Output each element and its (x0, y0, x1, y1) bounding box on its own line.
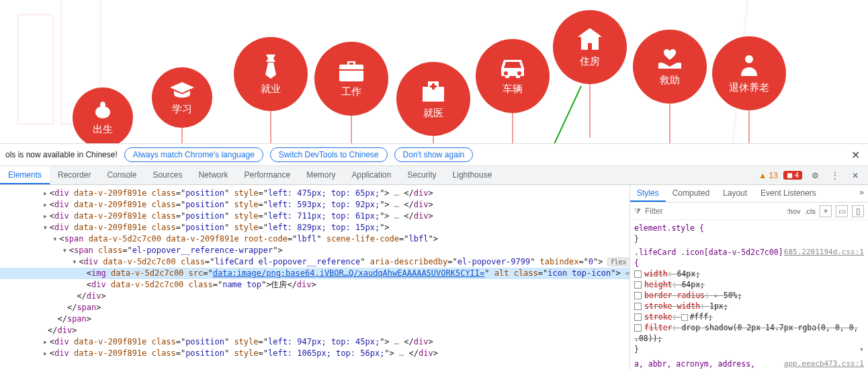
bubble-retirement[interactable]: 退休养老 (712, 36, 786, 110)
dom-line[interactable]: ▾<span data-v-5d2c7c00 data-v-209f891e r… (0, 233, 630, 245)
house-icon (576, 27, 604, 52)
tab-recorder[interactable]: Recorder (50, 166, 99, 184)
errors-badge[interactable]: ◼ 4 (783, 171, 802, 180)
tie-icon (259, 53, 282, 80)
baby-icon (91, 100, 115, 120)
graduation-cap-icon (169, 80, 196, 100)
flex-badge[interactable]: flex (607, 258, 630, 266)
tab-application[interactable]: Application (344, 166, 400, 184)
styles-filter-row: ⧩ :hov .cls + ▭ ▯ (630, 202, 868, 220)
bubble-stem (351, 116, 352, 143)
car-icon (498, 57, 527, 80)
tab-memory[interactable]: Memory (298, 166, 343, 184)
elements-dom-tree[interactable]: ▸<div data-v-209f891e class="position" s… (0, 185, 630, 370)
bubble-work[interactable]: 工作 (314, 42, 388, 116)
switch-to-chinese-button[interactable]: Switch DevTools to Chinese (270, 147, 388, 162)
bubble-stem (748, 110, 750, 143)
styles-tab-event-listeners[interactable]: Event Listeners (754, 185, 823, 202)
dom-line[interactable]: </span> (0, 313, 630, 325)
hospital-icon (420, 79, 447, 104)
dom-line[interactable]: ▾<div data-v-209f891e class="position" s… (0, 222, 630, 233)
styles-tabs-more[interactable]: » (855, 185, 868, 202)
style-declaration[interactable]: stroke: #fff; (634, 311, 864, 322)
styles-tab-layout[interactable]: Layout (716, 185, 754, 202)
dom-line[interactable]: </span> (0, 302, 630, 313)
bubble-stem (589, 84, 591, 138)
briefcase-icon (338, 60, 365, 83)
bubble-label: 工作 (341, 85, 361, 98)
style-declaration[interactable]: height: 64px; (634, 279, 864, 290)
tab-console[interactable]: Console (99, 166, 144, 184)
bubble-label: 救助 (660, 74, 680, 87)
rendered-page: 出生 学习 就业 工作 (0, 0, 868, 143)
bubble-stem (669, 104, 670, 143)
hov-toggle[interactable]: :hov (787, 207, 801, 215)
styles-filter-input[interactable] (645, 207, 783, 216)
styles-pane: Styles Computed Layout Event Listeners »… (630, 185, 868, 370)
dom-line[interactable]: ▾<span class="el-popover__reference-wrap… (0, 245, 630, 256)
tab-elements[interactable]: Elements (0, 166, 50, 184)
styles-tab-computed[interactable]: Computed (666, 185, 716, 202)
style-rule[interactable]: element.style { (634, 223, 864, 233)
styles-tab-styles[interactable]: Styles (630, 185, 666, 202)
dom-line[interactable]: ▸<div data-v-209f891e class="position" s… (0, 199, 630, 211)
notice-text: ols is now available in Chinese! (5, 150, 118, 159)
dom-line-selected[interactable]: <img data-v-5d2c7c00 src="data:image/png… (0, 268, 630, 279)
device-toolbar-button[interactable]: ▭ (836, 205, 848, 217)
match-language-button[interactable]: Always match Chrome's language (124, 147, 263, 162)
tab-lighthouse[interactable]: Lighthouse (445, 166, 501, 184)
style-declaration[interactable]: stroke-width: 1px; (634, 301, 864, 311)
style-declaration[interactable]: border-radius: ▸ 50%; (634, 290, 864, 301)
tab-sources[interactable]: Sources (144, 166, 190, 184)
devtools-lower-split: ▸<div data-v-209f891e class="position" s… (0, 185, 868, 370)
warnings-badge[interactable]: ▲ 13 (758, 171, 778, 180)
dom-line[interactable]: <div data-v-5d2c7c00 class="name top">住房… (0, 279, 630, 291)
bubble-label: 就医 (423, 107, 443, 120)
bubble-row: 出生 学习 就业 工作 (0, 0, 868, 143)
bubble-label: 住房 (580, 55, 600, 68)
devtools-tab-strip: Elements Recorder Console Sources Networ… (0, 166, 868, 185)
toggle-pane-button[interactable]: ▯ (852, 205, 864, 217)
bubble-vehicle[interactable]: 车辆 (476, 39, 550, 113)
bubble-stem (270, 111, 271, 143)
source-link[interactable]: 685.2201194d.css:1 (784, 247, 864, 258)
kebab-icon[interactable]: ⋮ (828, 171, 842, 180)
bubble-employment[interactable]: 就业 (234, 37, 308, 111)
bubble-label: 就业 (261, 83, 281, 96)
dom-line[interactable]: ▸<div data-v-209f891e class="position" s… (0, 211, 630, 222)
dom-line[interactable]: ▸<div data-v-209f891e class="position" s… (0, 336, 630, 348)
cls-toggle[interactable]: .cls (805, 207, 816, 215)
bubble-housing[interactable]: 住房 (553, 10, 627, 84)
dom-line[interactable]: </div> (0, 325, 630, 336)
new-style-rule-button[interactable]: + (820, 205, 832, 217)
dont-show-again-button[interactable]: Don't show again (394, 147, 474, 162)
bubble-study[interactable]: 学习 (152, 67, 212, 128)
style-declaration[interactable]: filter: drop-shadow(0 2px 14.7px rgba(0,… (634, 322, 864, 344)
bubble-assistance[interactable]: 救助 (633, 30, 707, 104)
devtools-language-notice: ols is now available in Chinese! Always … (0, 143, 868, 166)
bubble-label: 车辆 (503, 83, 523, 96)
close-devtools-icon[interactable]: ✕ (848, 171, 863, 180)
tab-performance[interactable]: Performance (236, 166, 298, 184)
style-declaration[interactable]: width: 64px; (634, 268, 864, 279)
dom-line[interactable]: ▾<div data-v-5d2c7c00 class="lifeCard el… (0, 256, 630, 268)
bubble-label: 出生 (93, 123, 113, 136)
dom-line[interactable]: </div> (0, 291, 630, 302)
styles-tabs: Styles Computed Layout Event Listeners » (630, 185, 868, 202)
style-rule[interactable]: 685.2201194d.css:1 .lifeCard .icon[data-… (634, 247, 864, 268)
status-area: ▲ 13 ◼ 4 ⚙ ⋮ ✕ (758, 166, 868, 184)
bubble-label: 学习 (172, 103, 192, 116)
gear-icon[interactable]: ⚙ (808, 171, 822, 180)
bubble-medical[interactable]: 就医 (396, 62, 470, 136)
hands-heart-icon (656, 47, 684, 71)
bubble-birth[interactable]: 出生 (73, 87, 133, 143)
dom-line[interactable]: ▸<div data-v-209f891e class="position" s… (0, 348, 630, 359)
dom-line[interactable]: ▸<div data-v-209f891e class="position" s… (0, 188, 630, 199)
source-link[interactable]: app.eeacb473.css:1 (784, 359, 864, 369)
tab-security[interactable]: Security (399, 166, 444, 184)
bubble-stem (433, 136, 434, 143)
close-icon[interactable]: ✕ (848, 147, 863, 162)
styles-body[interactable]: element.style { } 685.2201194d.css:1 .li… (630, 220, 868, 370)
inherited-selectors[interactable]: app.eeacb473.css:1 a, abbr, acronym, add… (634, 359, 864, 370)
tab-network[interactable]: Network (190, 166, 236, 184)
